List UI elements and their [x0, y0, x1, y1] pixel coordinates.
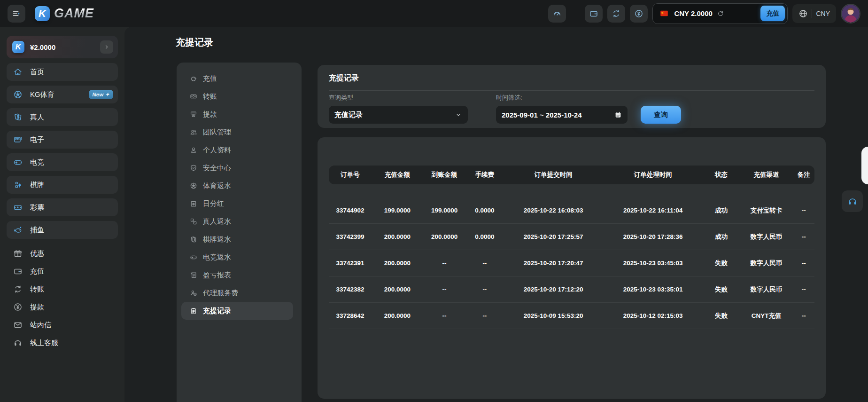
- cards-icon: [13, 112, 23, 122]
- account-menu-item-sports-rebate[interactable]: 体育返水: [177, 177, 302, 195]
- person-icon: [190, 146, 197, 154]
- fish-icon: [13, 225, 23, 235]
- soccer-icon: [190, 182, 197, 189]
- menu-item-label: 充值: [203, 74, 217, 83]
- cell-channel: 数字人民币: [740, 233, 793, 241]
- wallet-balance: ¥2.0000: [30, 43, 55, 51]
- account-menu-item-withdraw[interactable]: 提款: [177, 105, 302, 123]
- cell-remark: --: [793, 207, 814, 214]
- account-menu-item-deposit[interactable]: 充值: [177, 70, 302, 87]
- account-menu: 充值转账提款团队管理个人资料安全中心体育返水日分红真人返水棋牌返水电竞返水盈亏报…: [177, 63, 302, 402]
- cn-flag-icon: [659, 9, 670, 17]
- sidebar-item-fishing[interactable]: 捕鱼: [7, 221, 118, 239]
- account-menu-item-profile[interactable]: 个人资料: [177, 141, 302, 159]
- column-header-received_amount: 到账金额: [423, 171, 466, 179]
- sidebar-item-label: 优惠: [30, 249, 44, 258]
- menu-item-label: 体育返水: [203, 181, 231, 190]
- sidebar-item-support[interactable]: 线上客服: [7, 334, 118, 352]
- sidebar-item-deposit[interactable]: 充值: [7, 262, 118, 280]
- sidebar-item-kg-sports[interactable]: KG体育New ✦: [7, 86, 118, 103]
- sidebar-item-live[interactable]: 真人: [7, 108, 118, 126]
- brand-k-icon: K: [35, 6, 50, 21]
- sidebar-item-label: 线上客服: [30, 339, 58, 347]
- account-menu-item-daily-dividend[interactable]: 日分红: [177, 195, 302, 213]
- account-menu-item-chess-rebate[interactable]: 棋牌返水: [177, 230, 302, 248]
- main-content: 充提记录 充值转账提款团队管理个人资料安全中心体育返水日分红真人返水棋牌返水电竞…: [124, 27, 868, 402]
- query-type-select[interactable]: 充值记录: [329, 106, 468, 124]
- gamepad-icon: [13, 158, 23, 167]
- menu-item-label: 团队管理: [203, 128, 231, 137]
- cell-channel: 数字人民币: [740, 259, 793, 268]
- gift-icon: [13, 249, 23, 258]
- query-panel-title: 充提记录: [329, 73, 814, 83]
- sidebar-item-transfer[interactable]: 转账: [7, 280, 118, 298]
- deposit-button[interactable]: 充值: [760, 6, 785, 21]
- cell-submit_time: 2025-10-09 15:53:20: [504, 312, 603, 319]
- account-menu-item-agent-fee[interactable]: 代理服务费: [177, 284, 302, 302]
- query-form: 查询类型 充值记录 时间筛选: 2025-09-01 ~ 2025-10-24 …: [329, 94, 814, 124]
- new-badge: New ✦: [89, 90, 113, 99]
- search-button[interactable]: 查询: [641, 106, 681, 124]
- wallet-icon: [589, 9, 598, 18]
- wallet-card[interactable]: K ¥2.0000: [7, 36, 118, 58]
- wallet-expand-button[interactable]: [100, 40, 113, 54]
- sidebar-item-promo[interactable]: 优惠: [7, 244, 118, 262]
- chevron-down-icon: [455, 111, 462, 118]
- headset-icon: [847, 196, 858, 206]
- scroll-icon: [190, 271, 197, 279]
- currency-selector[interactable]: CNY 2.0000 充值: [652, 3, 788, 24]
- cell-submit_time: 2025-10-20 17:25:57: [504, 233, 603, 240]
- date-range-input[interactable]: 2025-09-01 ~ 2025-10-24: [496, 106, 628, 124]
- account-menu-item-security[interactable]: 安全中心: [177, 159, 302, 177]
- time-filter-label: 时间筛选:: [496, 94, 628, 102]
- side-drawer-handle[interactable]: [861, 147, 868, 184]
- ticket-icon: [13, 203, 23, 212]
- avatar[interactable]: [841, 4, 860, 24]
- sidebar-item-label: 首页: [30, 68, 44, 77]
- column-header-remark: 备注: [793, 171, 814, 179]
- cell-received_amount: --: [423, 312, 466, 319]
- gauge-icon: [552, 9, 562, 18]
- sidebar-item-chess[interactable]: 棋牌: [7, 176, 118, 194]
- transfer-quick-button[interactable]: [607, 5, 625, 23]
- cell-process_time: 2025-10-20 17:28:36: [603, 233, 703, 240]
- language-selector[interactable]: CNY: [792, 4, 836, 23]
- cell-received_amount: 199.0000: [423, 207, 466, 214]
- query-type-label: 查询类型: [329, 94, 468, 102]
- support-fab-button[interactable]: [842, 190, 863, 212]
- table-row: 33728642200.0000----2025-10-09 15:53:202…: [329, 303, 814, 329]
- account-menu-item-pnl-report[interactable]: 盈亏报表: [177, 266, 302, 284]
- cell-received_amount: --: [423, 286, 466, 293]
- sidebar-item-slots[interactable]: 电子: [7, 131, 118, 149]
- cell-status: 成功: [703, 206, 740, 215]
- gamepad-icon: [190, 253, 197, 261]
- wallet-quick-button[interactable]: [585, 5, 603, 23]
- menu-toggle-button[interactable]: [8, 5, 25, 23]
- account-menu-item-transfer[interactable]: 转账: [177, 87, 302, 105]
- cell-received_amount: --: [423, 260, 466, 267]
- withdraw-quick-button[interactable]: [630, 5, 648, 23]
- sidebar-item-label: 真人: [30, 113, 44, 122]
- refresh-icon[interactable]: [717, 10, 724, 17]
- slot-icon: [13, 135, 23, 144]
- sidebar-item-withdraw[interactable]: 提款: [7, 298, 118, 316]
- sidebar-item-inbox[interactable]: 站内信: [7, 316, 118, 334]
- sidebar-item-label: 电子: [30, 135, 44, 144]
- account-menu-item-esports-rebate[interactable]: 电竞返水: [177, 248, 302, 266]
- account-menu-item-records[interactable]: 充提记录: [181, 302, 293, 320]
- brand-logo[interactable]: K GAME: [35, 6, 94, 21]
- column-header-order_no: 订单号: [329, 171, 372, 179]
- brand-name: GAME: [54, 6, 94, 21]
- column-header-submit_time: 订单提交时间: [504, 171, 603, 179]
- content-column: 充提记录 查询类型 充值记录 时间筛选: 2025-09-01 ~ 2025-1…: [318, 65, 826, 402]
- chess-icon: [13, 180, 23, 189]
- sidebar-item-esports[interactable]: 电竞: [7, 153, 118, 171]
- cell-status: 成功: [703, 233, 740, 241]
- sidebar-item-home[interactable]: 首页: [7, 63, 118, 81]
- gauge-quick-button[interactable]: [548, 5, 566, 23]
- globe-icon: [798, 9, 808, 18]
- account-menu-item-live-rebate[interactable]: 真人返水: [177, 213, 302, 230]
- account-menu-item-team[interactable]: 团队管理: [177, 123, 302, 141]
- cell-deposit_amount: 200.0000: [372, 260, 423, 267]
- sidebar-item-lottery[interactable]: 彩票: [7, 198, 118, 216]
